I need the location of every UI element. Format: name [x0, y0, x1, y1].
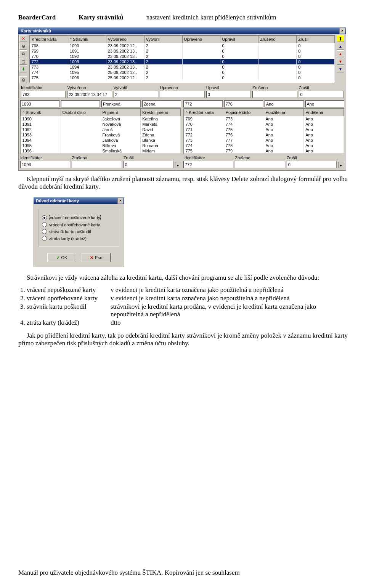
dialog-titlebar[interactable]: Důvod odebrání karty ×	[34, 197, 124, 204]
table-row[interactable]: 775779AnoAno	[184, 148, 344, 154]
reasons-list: vrácení nepoškozené kartyv evidenci je k…	[18, 286, 348, 327]
form-input[interactable]: 0	[206, 91, 251, 98]
col-header[interactable]: ^ Strávník	[21, 109, 61, 116]
copy-icon[interactable]: ⧉	[19, 50, 27, 57]
table-row[interactable]: 768109023.09.2002 12..200	[30, 43, 335, 49]
form-input[interactable]	[72, 161, 122, 168]
filter-input[interactable]: Ano	[305, 100, 345, 107]
main-titlebar[interactable]: Karty strávníků ×	[18, 27, 346, 34]
filter-input[interactable]: 1093	[20, 100, 59, 107]
radio-icon	[42, 215, 47, 220]
table-row[interactable]: 774778AnoAno	[184, 143, 344, 148]
radio-label: ztráta karty (krádež)	[49, 236, 87, 241]
col-header[interactable]: Zrušeno	[258, 36, 297, 43]
form-input[interactable]: 0	[299, 91, 344, 98]
radio-option[interactable]: strávník kartu poškodil	[42, 229, 116, 234]
form-input[interactable]: 772	[183, 161, 233, 168]
col-header[interactable]: Vytvořeno	[106, 36, 144, 43]
table-row[interactable]: 774109525.09.2002 12..200	[30, 70, 335, 75]
table-row[interactable]: 769109123.09.2002 13..200	[30, 48, 335, 54]
form-input[interactable]: 0	[287, 161, 337, 168]
form-input[interactable]	[160, 91, 204, 98]
form-field: Vytvořeno23.09.2002 13:34:17	[67, 85, 112, 98]
filter-input[interactable]: 772	[183, 100, 223, 107]
list-item: vrácení opotřebované kartyv evidenci je …	[27, 295, 348, 302]
table-row[interactable]: 771775AnoAno	[184, 127, 344, 132]
table-row[interactable]: 775109625.09.2002 12..200	[30, 75, 335, 80]
esc-button[interactable]: ✕Esc	[82, 253, 111, 262]
form-field: Upravil0	[206, 85, 251, 98]
table-row[interactable]: 1096SmolinskáMiriam	[21, 148, 181, 154]
table-row[interactable]: 769773AnoAno	[184, 116, 344, 122]
table-row[interactable]: 1090JakešováKateřina	[21, 116, 181, 122]
col-header[interactable]: Použitelná	[264, 109, 304, 116]
col-header[interactable]: ^ Strávník	[68, 36, 106, 43]
col-header[interactable]: Upravil	[220, 36, 258, 43]
main-window: Karty strávníků × ✕ ⊘ ⧉ ▢ ⬇ ⎙ Kreditní k…	[18, 27, 346, 171]
table-row[interactable]: 772776AnoAno	[184, 132, 344, 138]
dialog-close-icon[interactable]: ×	[117, 198, 124, 204]
export-icon[interactable]: ⬇	[19, 66, 27, 72]
radio-icon	[42, 222, 47, 227]
lookup-icon[interactable]: ▸	[175, 162, 181, 168]
col-header[interactable]: Křestní jméno	[141, 109, 181, 116]
table-row[interactable]: 1091NovákováMarkéta	[21, 122, 181, 127]
filter-input[interactable]: Ano	[265, 100, 304, 107]
right-toolbar: ▮ ▲ ▲ ▼ ▼	[336, 34, 346, 84]
form-input[interactable]: 0	[124, 161, 173, 168]
col-header[interactable]: Kreditní karta	[30, 36, 68, 43]
filter-input[interactable]	[61, 100, 100, 107]
list-item: ztráta karty (krádež)dtto	[27, 319, 348, 327]
right-grid[interactable]: ^ Kreditní kartaPopisné čísloPoužitelnáP…	[184, 109, 344, 154]
lookup-icon[interactable]: ▸	[338, 162, 344, 168]
table-row[interactable]: 1094JankováBlanka	[21, 138, 181, 143]
form-field: Identifikátor783	[21, 85, 66, 98]
main-grid[interactable]: Kreditní karta^ StrávníkVytvořenoVytvoři…	[29, 35, 335, 83]
filter-input[interactable]: Zdena	[142, 100, 181, 107]
radio-option[interactable]: vrácení opotřebované karty	[42, 222, 116, 227]
form-input[interactable]: 1093	[20, 161, 70, 168]
table-row[interactable]: 770109223.09.2002 13..200	[30, 54, 335, 59]
nav-bottom-icon[interactable]: ▼	[337, 66, 344, 72]
right-pane: 772776AnoAno ^ Kreditní kartaPopisné čís…	[183, 99, 344, 169]
filter-input[interactable]: Franková	[101, 100, 141, 107]
form-input[interactable]	[252, 91, 297, 98]
form-input[interactable]: 23.09.2002 13:34:17	[67, 91, 112, 98]
new-icon[interactable]: ▢	[19, 58, 27, 65]
radio-option[interactable]: vrácení nepoškozené karty	[42, 215, 116, 220]
table-row[interactable]: 770774AnoAno	[184, 122, 344, 127]
form-input[interactable]	[235, 161, 285, 168]
left-grid[interactable]: ^ StrávníkOsobní čísloPříjmeníKřestní jm…	[21, 109, 181, 154]
hdr-col1: BoarderCard	[18, 14, 56, 21]
col-header[interactable]: Přidělená	[304, 109, 344, 116]
table-row[interactable]: 1093FrankováZdena	[21, 132, 181, 138]
list-item: vrácení nepoškozené kartyv evidenci je k…	[27, 286, 348, 294]
col-header[interactable]: Příjmení	[101, 109, 141, 116]
col-header[interactable]: Zrušil	[297, 36, 335, 43]
table-row[interactable]: 772109323.09.2002 13..200	[30, 59, 335, 64]
col-header[interactable]: Upraveno	[182, 36, 220, 43]
check-icon: ✓	[56, 255, 60, 260]
nav-up-icon[interactable]: ▲	[337, 50, 344, 57]
table-row[interactable]: 1092JarošDavid	[21, 127, 181, 132]
form-input[interactable]: 2	[114, 91, 158, 98]
table-row[interactable]: 773109423.09.2002 13..200	[30, 64, 335, 70]
radio-option[interactable]: ztráta karty (krádež)	[42, 236, 116, 241]
form-input[interactable]: 783	[21, 91, 66, 98]
col-header[interactable]: Osobní číslo	[61, 109, 101, 116]
nav-top-icon[interactable]: ▲	[337, 43, 344, 50]
col-header[interactable]: Popisné číslo	[224, 109, 264, 116]
delete-icon[interactable]: ✕	[19, 35, 27, 42]
ok-button[interactable]: ✓OK	[47, 253, 76, 262]
print-icon[interactable]: ⎙	[19, 76, 27, 83]
highlight-icon[interactable]: ▮	[337, 35, 344, 42]
col-header[interactable]: ^ Kreditní karta	[184, 109, 224, 116]
nav-down-icon[interactable]: ▼	[337, 58, 344, 65]
table-row[interactable]: 1095BílkováRomana	[21, 143, 181, 148]
disable-icon[interactable]: ⊘	[19, 43, 27, 50]
filter-input[interactable]: 776	[224, 100, 263, 107]
close-icon[interactable]: ×	[339, 28, 345, 34]
table-row[interactable]: 773777AnoAno	[184, 138, 344, 143]
col-header[interactable]: Vytvořil	[144, 36, 182, 43]
main-title: Karty strávníků	[21, 29, 51, 33]
